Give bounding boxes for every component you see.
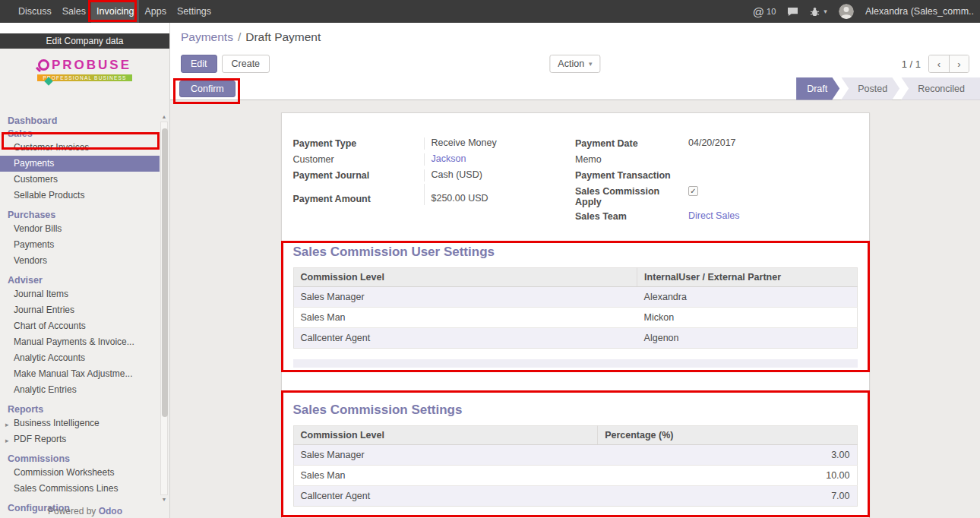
sidebar-item-analytic-accounts[interactable]: Analytic Accounts	[0, 350, 160, 366]
payment-journal-value: Cash (USD)	[424, 169, 576, 182]
message-count: 10	[767, 7, 776, 16]
confirm-button[interactable]: Confirm	[179, 81, 236, 97]
sidebar-item-customers[interactable]: Customers	[0, 172, 160, 188]
action-dropdown[interactable]: Action ▾	[549, 55, 600, 73]
menu-apps[interactable]: Apps	[139, 0, 172, 23]
empty-table-strip	[293, 359, 858, 368]
payment-amount-label: Payment Amount	[293, 193, 424, 204]
breadcrumb-separator: /	[238, 30, 241, 43]
pager-prev-button[interactable]: ‹	[929, 55, 949, 72]
payment-type-value: Receive Money	[424, 137, 576, 150]
table-row[interactable]: Callcenter Agent Algenon	[293, 328, 857, 349]
debug-icon[interactable]: ▾	[810, 7, 827, 17]
menu-discuss[interactable]: Discuss	[13, 0, 57, 23]
cell-commission-level: Callcenter Agent	[293, 486, 598, 507]
customer-label: Customer	[293, 153, 424, 165]
sidebar-item-label: Business Intelligence	[14, 418, 100, 428]
sales-team-value: Direct Sales	[681, 210, 858, 221]
scroll-up-icon[interactable]: ▲	[160, 112, 169, 122]
sidebar-heading-purchases[interactable]: Purchases	[0, 208, 160, 221]
sidebar-heading-sales[interactable]: Sales	[0, 127, 160, 140]
cell-user: Alexandra	[637, 287, 857, 308]
sidebar-item-manual-payments[interactable]: Manual Payments & Invoice...	[0, 334, 160, 350]
table-row[interactable]: Sales Manager Alexandra	[293, 287, 857, 308]
scrollbar-track[interactable]	[160, 122, 168, 495]
status-reconciled[interactable]: Reconciled	[901, 77, 980, 100]
column-header-commission-level[interactable]: Commission Level	[293, 268, 637, 287]
menu-sales[interactable]: Sales	[57, 0, 91, 23]
sidebar-item-chart-of-accounts[interactable]: Chart of Accounts	[0, 318, 160, 334]
pager-next-button[interactable]: ›	[949, 55, 969, 72]
menu-invoicing[interactable]: Invoicing	[91, 0, 139, 23]
sidebar-item-customer-invoices[interactable]: Customer Invoices	[0, 140, 160, 156]
form-sheet: Payment Type Receive Money Customer Jack…	[281, 112, 870, 518]
sidebar-item-journal-entries[interactable]: Journal Entries	[0, 302, 160, 318]
table-row[interactable]: Callcenter Agent 7.00	[293, 486, 857, 507]
at-icon: @	[753, 5, 764, 18]
breadcrumb-payments[interactable]: Payments	[181, 30, 233, 43]
topbar-right: @ 10 ▾ Alexandra (Sales_comm..	[753, 0, 980, 23]
cell-percentage: 10.00	[598, 466, 857, 486]
customer-value: Jackson	[424, 153, 576, 166]
sidebar-item-sellable-products[interactable]: Sellable Products	[0, 188, 160, 204]
sidebar-heading-reports[interactable]: Reports	[0, 403, 160, 415]
table-row[interactable]: Sales Man 10.00	[293, 466, 857, 486]
sales-team-link[interactable]: Direct Sales	[688, 210, 739, 221]
payment-form: Payment Type Receive Money Customer Jack…	[293, 136, 858, 225]
company-logo: PROBUSE PROFESSIONAL BUSINESS	[0, 49, 169, 90]
sidebar-heading-adviser[interactable]: Adviser	[0, 273, 160, 286]
user-menu[interactable]: Alexandra (Sales_comm..	[865, 6, 974, 17]
odoo-brand-link[interactable]: Odoo	[99, 506, 122, 516]
edit-button[interactable]: Edit	[181, 55, 217, 73]
sidebar-item-payments[interactable]: Payments	[0, 156, 160, 172]
sidebar-item-tax-adjustments[interactable]: Make Manual Tax Adjustme...	[0, 366, 160, 382]
create-button[interactable]: Create	[222, 55, 270, 73]
cell-user: Algenon	[637, 328, 857, 349]
chevron-down-icon: ▾	[824, 8, 827, 15]
cell-commission-level: Sales Man	[293, 308, 637, 328]
scrollbar-thumb[interactable]	[162, 128, 168, 417]
sidebar-item-business-intelligence[interactable]: ▸ Business Intelligence	[0, 415, 160, 431]
payment-date-value: 04/20/2017	[681, 137, 858, 148]
cell-percentage: 7.00	[598, 486, 857, 507]
magnifier-icon	[38, 59, 49, 71]
sales-commission-apply-label: Sales Commission Apply	[575, 185, 681, 207]
table-row[interactable]: Sales Manager 3.00	[293, 445, 857, 466]
sidebar-heading-dashboard[interactable]: Dashboard	[0, 114, 160, 127]
sidebar-item-vendor-bills[interactable]: Vendor Bills	[0, 221, 160, 237]
chat-icon[interactable]	[787, 7, 798, 17]
sidebar-heading-commissions[interactable]: Commissions	[0, 452, 160, 465]
status-posted[interactable]: Posted	[841, 77, 899, 100]
column-header-commission-level[interactable]: Commission Level	[293, 426, 598, 445]
avatar[interactable]	[839, 4, 854, 19]
scroll-down-icon[interactable]: ▼	[160, 495, 169, 504]
table-row[interactable]: Sales Man Mickon	[293, 308, 857, 328]
caret-right-icon: ▸	[5, 419, 9, 431]
sidebar-item-payments-purchases[interactable]: Payments	[0, 237, 160, 253]
sidebar-item-vendors[interactable]: Vendors	[0, 253, 160, 269]
sales-commission-apply-checkbox[interactable]: ✓	[688, 186, 698, 196]
payment-journal-label: Payment Journal	[293, 169, 424, 181]
payment-type-label: Payment Type	[293, 137, 424, 149]
cell-percentage: 3.00	[598, 445, 857, 466]
menu-settings[interactable]: Settings	[172, 0, 217, 23]
column-header-percentage[interactable]: Percentage (%)	[598, 426, 857, 445]
edit-company-button[interactable]: Edit Company data	[0, 33, 169, 49]
column-header-internal-user[interactable]: InternalUser / External Partner	[637, 268, 857, 287]
action-label: Action	[558, 58, 584, 69]
sidebar-item-pdf-reports[interactable]: ▸ PDF Reports	[0, 431, 160, 447]
sidebar-item-analytic-entries[interactable]: Analytic Entries	[0, 382, 160, 398]
powered-by-text: Powered by	[48, 506, 96, 516]
customer-link[interactable]: Jackson	[432, 153, 466, 164]
sidebar-item-commission-worksheets[interactable]: Commission Worksheets	[0, 465, 160, 481]
content-area: Payment Type Receive Money Customer Jack…	[170, 100, 980, 518]
top-navbar: Discuss Sales Invoicing Apps Settings @ …	[0, 0, 980, 23]
sidebar-scrollbar[interactable]: ▲ ▼	[160, 112, 169, 504]
sidebar-item-label: PDF Reports	[14, 434, 66, 444]
pager-count: 1 / 1	[902, 58, 921, 70]
status-draft[interactable]: Draft	[796, 77, 839, 100]
messages-icon[interactable]: @ 10	[753, 5, 776, 18]
sidebar-item-journal-items[interactable]: Journal Items	[0, 286, 160, 302]
section-title-commission-settings: Sales Commission Settings	[293, 403, 858, 418]
sidebar-item-sales-commissions-lines[interactable]: Sales Commissions Lines	[0, 481, 160, 497]
